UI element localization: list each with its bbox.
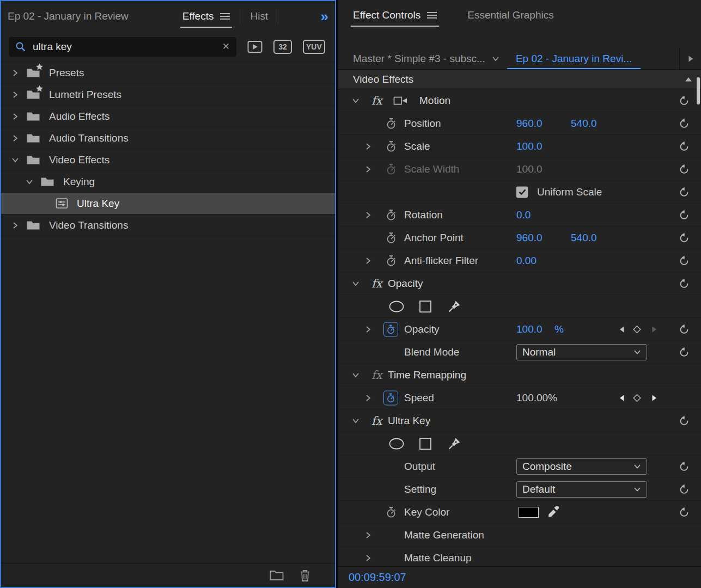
stopwatch-icon[interactable] bbox=[386, 118, 397, 130]
yuv-filter-button[interactable]: YUV bbox=[303, 40, 325, 54]
reset-param-icon[interactable] bbox=[679, 232, 690, 243]
chevron-down-icon[interactable] bbox=[352, 418, 359, 424]
pen-mask-button[interactable] bbox=[448, 300, 461, 313]
stopwatch-enabled-icon[interactable] bbox=[383, 390, 398, 405]
chevron-down-icon[interactable] bbox=[352, 97, 359, 104]
effect-row-motion[interactable]: fx Motion bbox=[338, 89, 701, 112]
value-y[interactable]: 540.0 bbox=[571, 118, 597, 130]
stopwatch-icon[interactable] bbox=[386, 209, 397, 221]
create-ellipse-mask-button[interactable] bbox=[388, 437, 405, 451]
previous-keyframe-icon[interactable] bbox=[619, 394, 625, 402]
reset-param-icon[interactable] bbox=[679, 187, 690, 198]
tree-item-video-effects[interactable]: Video Effects bbox=[1, 149, 335, 171]
pen-mask-button[interactable] bbox=[448, 437, 461, 450]
stopwatch-icon[interactable] bbox=[386, 232, 397, 244]
panel-menu-icon[interactable] bbox=[220, 13, 230, 20]
reset-param-icon[interactable] bbox=[679, 347, 690, 358]
new-custom-bin-button[interactable] bbox=[270, 569, 284, 581]
tab-effects[interactable]: Effects bbox=[182, 1, 230, 32]
stopwatch-enabled-icon[interactable] bbox=[383, 322, 398, 336]
stopwatch-icon[interactable] bbox=[386, 255, 397, 267]
chevron-right-icon[interactable] bbox=[365, 326, 371, 333]
accelerated-effects-filter-button[interactable] bbox=[247, 40, 263, 53]
collapse-section-icon[interactable] bbox=[685, 76, 692, 82]
reset-param-icon[interactable] bbox=[679, 118, 690, 129]
tree-item-ultra-key[interactable]: Ultra Key bbox=[1, 193, 335, 215]
master-clip-tab[interactable]: Master * Simple #3 - subsc... bbox=[338, 48, 507, 69]
chevron-right-icon[interactable] bbox=[365, 143, 371, 150]
tree-item-keying[interactable]: Keying bbox=[1, 171, 335, 193]
chevron-right-icon[interactable] bbox=[365, 211, 371, 219]
next-keyframe-icon[interactable] bbox=[651, 326, 657, 333]
value[interactable]: 100.00% bbox=[516, 392, 557, 404]
stopwatch-icon[interactable] bbox=[386, 506, 397, 518]
value-x[interactable]: 960.0 bbox=[516, 232, 542, 244]
reset-param-icon[interactable] bbox=[679, 484, 690, 495]
blend-mode-dropdown[interactable]: Normal bbox=[516, 344, 647, 360]
tree-item-presets[interactable]: Presets bbox=[1, 62, 335, 84]
tab-essential-graphics[interactable]: Essential Graphics bbox=[467, 9, 553, 21]
value-x[interactable]: 960.0 bbox=[516, 118, 542, 130]
value[interactable]: 0.0 bbox=[516, 209, 531, 221]
effect-row-opacity[interactable]: fx Opacity bbox=[338, 272, 701, 295]
reset-param-icon[interactable] bbox=[679, 164, 690, 175]
chevron-right-icon[interactable] bbox=[11, 134, 20, 142]
value-y[interactable]: 540.0 bbox=[571, 232, 597, 244]
reset-effect-icon[interactable] bbox=[679, 278, 690, 289]
tree-item-audio-effects[interactable]: Audio Effects bbox=[1, 106, 335, 127]
uniform-scale-checkbox[interactable] bbox=[516, 186, 528, 198]
setting-dropdown[interactable]: Default bbox=[516, 481, 647, 498]
reset-param-icon[interactable] bbox=[679, 210, 690, 220]
chevron-right-icon[interactable] bbox=[365, 554, 371, 562]
add-keyframe-icon[interactable] bbox=[633, 394, 641, 402]
create-rectangle-mask-button[interactable] bbox=[418, 299, 432, 314]
tree-item-audio-transitions[interactable]: Audio Transitions bbox=[1, 127, 335, 149]
chevron-down-icon[interactable] bbox=[352, 372, 359, 378]
search-input[interactable] bbox=[33, 41, 216, 53]
chevron-right-icon[interactable] bbox=[11, 91, 20, 99]
delete-button[interactable] bbox=[299, 569, 311, 582]
chevron-right-icon[interactable] bbox=[365, 531, 371, 539]
reset-effect-icon[interactable] bbox=[679, 95, 690, 106]
reset-param-icon[interactable] bbox=[679, 461, 690, 472]
create-ellipse-mask-button[interactable] bbox=[388, 299, 405, 314]
playhead-timecode[interactable]: 00:09:59:07 bbox=[349, 571, 406, 584]
tree-item-video-transitions[interactable]: Video Transitions bbox=[1, 215, 335, 236]
effect-row-ultra-key[interactable]: fx Ultra Key bbox=[338, 409, 701, 432]
chevron-down-icon[interactable] bbox=[492, 56, 499, 62]
chevron-down-icon[interactable] bbox=[11, 157, 20, 163]
value[interactable]: 100.0 bbox=[516, 140, 542, 152]
tree-item-lumetri-presets[interactable]: Lumetri Presets bbox=[1, 84, 335, 106]
eyedropper-icon[interactable] bbox=[547, 506, 559, 518]
clear-search-icon[interactable]: ✕ bbox=[222, 41, 230, 52]
tab-effect-controls[interactable]: Effect Controls bbox=[353, 0, 437, 30]
tab-history[interactable]: Hist bbox=[250, 10, 268, 22]
previous-keyframe-icon[interactable] bbox=[619, 326, 625, 333]
add-keyframe-icon[interactable] bbox=[633, 325, 641, 333]
chevron-right-icon[interactable] bbox=[11, 113, 20, 120]
scrollbar-thumb[interactable] bbox=[697, 77, 700, 105]
chevron-right-icon[interactable] bbox=[11, 69, 20, 77]
panel-menu-icon[interactable] bbox=[427, 11, 437, 19]
value[interactable]: 100.0 bbox=[516, 323, 542, 335]
chevron-right-icon[interactable] bbox=[11, 222, 20, 229]
chevron-down-icon[interactable] bbox=[352, 280, 359, 287]
video-effects-section-header[interactable]: Video Effects bbox=[338, 70, 701, 89]
value[interactable]: 0.00 bbox=[516, 255, 537, 267]
chevron-right-icon[interactable] bbox=[365, 166, 371, 173]
panel-overflow-icon[interactable]: » bbox=[321, 9, 328, 23]
32bit-filter-button[interactable]: 32 bbox=[273, 40, 292, 54]
reset-param-icon[interactable] bbox=[679, 255, 690, 266]
sequence-clip-tab[interactable]: Ep 02 - January in Revi... bbox=[507, 48, 641, 69]
chevron-right-icon[interactable] bbox=[365, 394, 371, 402]
create-rectangle-mask-button[interactable] bbox=[418, 437, 432, 451]
output-dropdown[interactable]: Composite bbox=[516, 458, 647, 475]
effect-row-time-remapping[interactable]: fx Time Remapping bbox=[338, 364, 701, 387]
reset-param-icon[interactable] bbox=[679, 507, 690, 518]
chevron-right-icon[interactable] bbox=[365, 257, 371, 265]
next-keyframe-icon[interactable] bbox=[651, 394, 657, 402]
stopwatch-icon[interactable] bbox=[386, 140, 397, 152]
tab-scroll-right-button[interactable] bbox=[679, 48, 701, 69]
reset-param-icon[interactable] bbox=[679, 141, 690, 152]
chevron-down-icon[interactable] bbox=[25, 179, 34, 185]
